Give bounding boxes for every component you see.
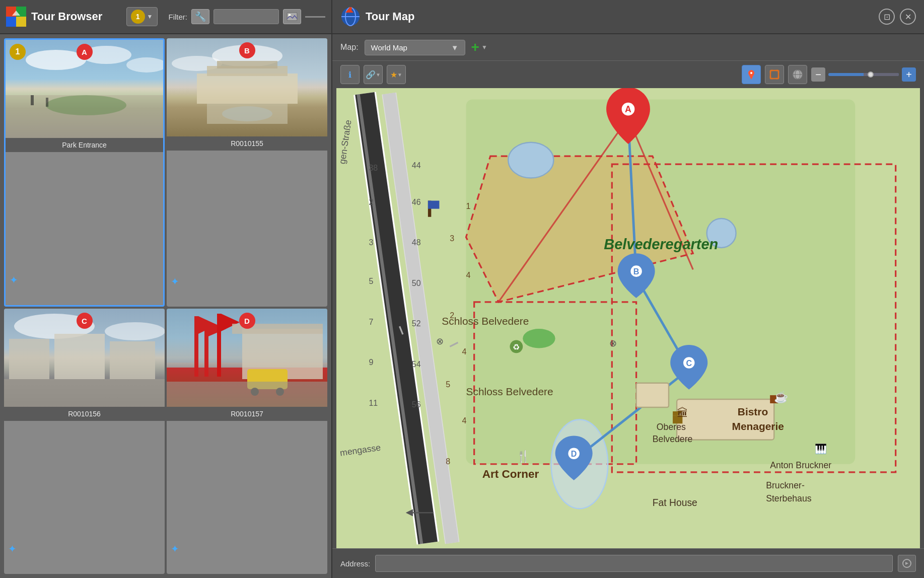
avatar-dropdown-arrow: ▼: [147, 13, 153, 20]
image-icon: [287, 12, 298, 21]
svg-text:5: 5: [446, 380, 450, 389]
svg-text:Bruckner-: Bruckner-: [766, 480, 805, 490]
add-map-button[interactable]: + ▼: [471, 39, 487, 55]
filter-divider: [305, 16, 325, 18]
svg-text:Belvederegarten: Belvederegarten: [604, 236, 718, 252]
svg-text:3: 3: [369, 238, 373, 247]
star-button[interactable]: ★ ▼: [387, 65, 406, 84]
badge-d: D: [239, 313, 255, 329]
star-icon: ★: [390, 70, 397, 80]
svg-text:48: 48: [412, 238, 421, 247]
pin-button[interactable]: [742, 65, 761, 84]
svg-rect-17: [197, 74, 298, 104]
svg-text:46: 46: [412, 197, 421, 206]
tour-map-title: Tour Map: [366, 10, 874, 23]
svg-text:52: 52: [412, 319, 421, 328]
svg-text:Fat House: Fat House: [653, 497, 697, 508]
zoom-out-button[interactable]: −: [811, 67, 825, 82]
svg-text:4: 4: [466, 270, 471, 279]
thumbnail-item-a[interactable]: 1 A: [4, 38, 165, 307]
svg-rect-25: [54, 334, 105, 379]
thumbnail-item-b[interactable]: B ✦ R0010155: [167, 38, 327, 307]
info-button[interactable]: ℹ: [340, 65, 360, 84]
map-toolbar: ℹ 🔗 ▼ ★ ▼: [332, 61, 924, 88]
badge-c: C: [77, 313, 93, 329]
zoom-in-button[interactable]: +: [902, 67, 916, 82]
thumbnail-item-d[interactable]: D: [167, 309, 327, 574]
svg-rect-79: [636, 383, 669, 407]
filter-input[interactable]: [214, 9, 279, 24]
svg-text:2: 2: [450, 311, 454, 320]
svg-marker-47: [749, 75, 754, 80]
svg-text:50: 50: [412, 278, 421, 287]
svg-text:Sterbehaus: Sterbehaus: [766, 493, 812, 503]
address-input[interactable]: [375, 555, 893, 572]
svg-text:38: 38: [369, 163, 378, 172]
badge-a: A: [77, 44, 93, 60]
svg-text:🍴: 🍴: [516, 450, 531, 463]
svg-rect-40: [167, 382, 327, 407]
svg-text:⊗: ⊗: [609, 338, 617, 348]
map-name: World Map: [371, 43, 407, 52]
gps-icon-b: ✦: [171, 275, 179, 287]
zoom-slider[interactable]: [828, 73, 899, 76]
svg-text:C: C: [686, 358, 692, 368]
map-svg: ♻ 38 2 3 5 7 9 11 44 46 48 50 52 54 56 m…: [336, 88, 920, 548]
link-dropdown-arrow: ▼: [376, 72, 381, 78]
svg-text:🎹: 🎹: [815, 443, 827, 455]
thumb-label-d: R0010157: [167, 407, 327, 421]
svg-text:♻: ♻: [513, 342, 520, 351]
expand-button[interactable]: [765, 65, 784, 84]
svg-rect-84: [428, 201, 440, 209]
svg-point-12: [46, 95, 126, 115]
svg-text:4: 4: [462, 416, 467, 425]
svg-text:Belvedere: Belvedere: [653, 434, 693, 444]
tour-map-header: Tour Map ⊡ ✕: [332, 0, 924, 34]
badge-b: B: [239, 42, 255, 58]
svg-text:1: 1: [466, 201, 471, 210]
svg-rect-27: [4, 379, 165, 407]
thumbnail-item-c[interactable]: C ✦ R0010156: [4, 309, 165, 574]
svg-rect-33: [217, 314, 221, 377]
close-button[interactable]: ✕: [900, 9, 916, 25]
tour-browser-title: Tour Browser: [31, 10, 121, 23]
map-label: Map:: [340, 43, 359, 52]
link-button[interactable]: 🔗 ▼: [364, 65, 383, 84]
tour-browser-logo: [6, 7, 26, 27]
map-dropdown[interactable]: World Map ▼: [365, 40, 465, 55]
map-view[interactable]: ♻ 38 2 3 5 7 9 11 44 46 48 50 52 54 56 m…: [336, 88, 920, 548]
svg-rect-26: [110, 341, 155, 379]
address-go-button[interactable]: [898, 555, 916, 572]
svg-text:⊗: ⊗: [436, 336, 444, 346]
svg-text:9: 9: [369, 357, 373, 367]
svg-point-75: [523, 329, 555, 348]
svg-text:Art Corner: Art Corner: [482, 468, 539, 480]
link-icon: 🔗: [366, 70, 376, 80]
address-bar: Address:: [332, 548, 924, 578]
svg-rect-31: [204, 321, 208, 377]
globe-icon: [792, 69, 803, 80]
svg-rect-3: [16, 17, 26, 27]
go-icon: [902, 558, 912, 568]
zoom-slider-thumb: [868, 71, 874, 78]
svg-point-23: [105, 322, 165, 340]
thumb-label-a: Park Entrance: [6, 138, 163, 152]
svg-text:3: 3: [450, 234, 454, 243]
restore-button[interactable]: ⊡: [879, 9, 895, 25]
close-icon: ✕: [905, 12, 911, 22]
tour-map-panel: Tour Map ⊡ ✕ Map: World Map ▼ + ▼ ℹ 🔗 ▼ …: [332, 0, 924, 578]
plus-icon: +: [471, 39, 479, 55]
user-avatar-button[interactable]: 1 ▼: [126, 7, 158, 26]
filter-icon-button[interactable]: 🔧: [191, 9, 209, 24]
filter-image-button[interactable]: [283, 9, 301, 24]
thumb-label-c: R0010156: [4, 407, 165, 421]
svg-text:Menagerie: Menagerie: [732, 420, 784, 432]
zoom-world-button[interactable]: [788, 65, 807, 84]
wrench-icon: 🔧: [195, 11, 206, 22]
svg-rect-21: [207, 104, 288, 124]
thumbnail-grid: 1 A: [0, 34, 331, 578]
tour-map-logo: [340, 7, 361, 27]
svg-text:Schloss Belvedere: Schloss Belvedere: [466, 386, 553, 397]
map-controls-bar: Map: World Map ▼ + ▼: [332, 34, 924, 61]
gps-icon-c: ✦: [8, 543, 17, 555]
